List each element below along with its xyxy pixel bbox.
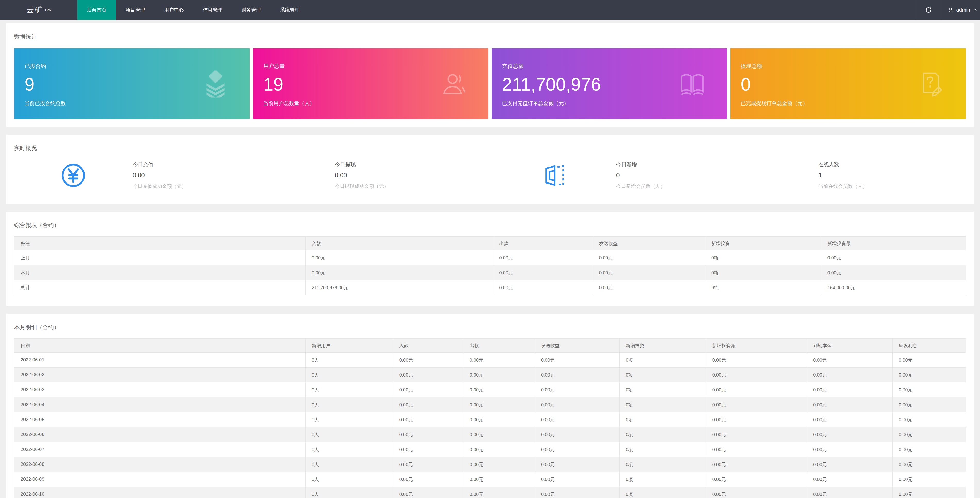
detail-panel: 本月明细（合约） 日期新增用户入款出款发送收益新增投资新增投资额到期本金应发利息… <box>6 314 974 498</box>
table-cell: 0.00元 <box>807 487 892 498</box>
table-cell: 0.00元 <box>393 368 463 382</box>
table-cell: 0.00元 <box>493 265 593 280</box>
table-cell: 0.00元 <box>706 427 807 442</box>
table-cell: 0.00元 <box>892 472 966 487</box>
table-cell: 0.00元 <box>821 265 966 280</box>
table-row: 2022-06-070人0.00元0.00元0.00元0项0.00元0.00元0… <box>14 442 966 457</box>
table-cell: 0项 <box>619 412 706 427</box>
column-header: 新增投资 <box>619 339 706 352</box>
table-cell: 0人 <box>305 352 393 368</box>
table-cell: 0.00元 <box>593 251 705 265</box>
user-icon <box>441 71 466 97</box>
book-icon <box>679 71 705 97</box>
table-cell: 0.00元 <box>463 368 535 382</box>
app-logo-text: 云矿 <box>26 5 43 15</box>
detail-table-body: 2022-06-010人0.00元0.00元0.00元0项0.00元0.00元0… <box>14 352 966 498</box>
table-cell: 0.00元 <box>393 382 463 397</box>
table-cell: 0.00元 <box>706 382 807 397</box>
table-cell: 0.00元 <box>463 382 535 397</box>
table-cell: 0.00元 <box>892 412 966 427</box>
table-cell: 0人 <box>305 397 393 412</box>
card-title: 提现总额 <box>741 63 956 70</box>
column-header: 新增投资 <box>705 236 821 251</box>
table-cell: 0项 <box>619 397 706 412</box>
table-cell: 0.00元 <box>463 457 535 472</box>
table-cell: 0.00元 <box>463 487 535 498</box>
table-row: 2022-06-010人0.00元0.00元0.00元0项0.00元0.00元0… <box>14 352 966 368</box>
detail-table-wrap: 日期新增用户入款出款发送收益新增投资新增投资额到期本金应发利息 2022-06-… <box>6 331 974 498</box>
table-cell: 0.00元 <box>807 382 892 397</box>
stat-caption: 今日新增会员数（人） <box>616 183 771 190</box>
refresh-button[interactable] <box>916 0 941 20</box>
table-cell: 0.00元 <box>593 265 705 280</box>
stat-value: 1 <box>818 172 974 179</box>
menu-item-users[interactable]: 用户中心 <box>154 0 193 20</box>
username-label: admin <box>956 7 970 13</box>
menu-item-system[interactable]: 系统管理 <box>270 0 309 20</box>
menu-item-info[interactable]: 信息管理 <box>193 0 232 20</box>
report-table-header: 备注入款出款发送收益新增投资新增投资额 <box>14 236 966 251</box>
user-menu[interactable]: admin <box>941 0 980 20</box>
table-cell: 2022-06-09 <box>14 472 305 487</box>
stat-value: 0 <box>616 172 771 179</box>
card-caption: 当前用户总数量（人） <box>263 100 478 107</box>
card-total-recharge: 充值总额 211,700,976 已支付充值订单总金额（元） <box>492 48 727 119</box>
table-cell: 0.00元 <box>892 397 966 412</box>
table-cell: 0.00元 <box>535 472 620 487</box>
table-cell: 0项 <box>619 382 706 397</box>
table-cell: 0.00元 <box>706 457 807 472</box>
table-cell: 0.00元 <box>892 427 966 442</box>
table-cell: 0.00元 <box>807 427 892 442</box>
card-invested-contracts: 已投合约 9 当前已投合约总数 <box>14 48 250 119</box>
stat-value: 0.00 <box>133 172 288 179</box>
table-cell: 0.00元 <box>821 251 966 265</box>
table-cell: 0项 <box>619 352 706 368</box>
column-header: 新增投资额 <box>706 339 807 352</box>
card-title: 用户总量 <box>263 63 478 70</box>
table-cell: 0.00元 <box>393 442 463 457</box>
detail-table-header: 日期新增用户入款出款发送收益新增投资新增投资额到期本金应发利息 <box>14 339 966 352</box>
table-cell: 0.00元 <box>393 487 463 498</box>
table-cell: 9笔 <box>705 280 821 295</box>
table-row: 2022-06-060人0.00元0.00元0.00元0项0.00元0.00元0… <box>14 427 966 442</box>
stat-today-withdraw: 今日提现 0.00 今日提现成功金额（元） <box>335 161 490 190</box>
table-row: 2022-06-100人0.00元0.00元0.00元0项0.00元0.00元0… <box>14 487 966 498</box>
table-cell: 2022-06-07 <box>14 442 305 457</box>
document-question-icon <box>918 71 944 97</box>
table-cell: 0.00元 <box>706 472 807 487</box>
table-cell: 0.00元 <box>393 457 463 472</box>
column-header: 到期本金 <box>807 339 892 352</box>
menu-item-home[interactable]: 后台首页 <box>77 0 116 20</box>
realtime-panel: 实时概况 今日充值 0.00 今日充值成功金额（元） <box>6 135 974 204</box>
table-cell: 0项 <box>619 368 706 382</box>
table-cell: 0项 <box>619 442 706 457</box>
table-cell: 0项 <box>619 457 706 472</box>
table-cell: 2022-06-01 <box>14 352 305 368</box>
menu-item-projects[interactable]: 项目管理 <box>116 0 154 20</box>
table-cell: 0人 <box>305 368 393 382</box>
table-cell: 0.00元 <box>892 352 966 368</box>
user-icon <box>948 7 954 13</box>
table-cell: 0.00元 <box>305 265 493 280</box>
table-cell: 0.00元 <box>535 412 620 427</box>
table-cell: 0.00元 <box>463 352 535 368</box>
table-cell: 0.00元 <box>892 442 966 457</box>
card-total-users: 用户总量 19 当前用户总数量（人） <box>253 48 488 119</box>
stat-title: 今日提现 <box>335 161 490 168</box>
table-cell: 0.00元 <box>463 427 535 442</box>
caret-down-icon <box>973 8 977 12</box>
column-header: 入款 <box>305 236 493 251</box>
table-cell: 0.00元 <box>535 487 620 498</box>
menu-item-finance[interactable]: 财务管理 <box>232 0 270 20</box>
table-cell: 0项 <box>619 472 706 487</box>
report-table: 备注入款出款发送收益新增投资新增投资额 上月0.00元0.00元0.00元0项0… <box>14 236 966 295</box>
stats-panel: 数据统计 已投合约 9 当前已投合约总数 用户总量 19 当前用 <box>6 23 974 127</box>
table-cell: 0.00元 <box>535 442 620 457</box>
table-cell: 0.00元 <box>393 352 463 368</box>
table-cell: 0.00元 <box>706 442 807 457</box>
table-cell: 211,700,976.00元 <box>305 280 493 295</box>
table-cell: 0.00元 <box>493 280 593 295</box>
column-header: 应发利息 <box>892 339 966 352</box>
table-cell: 2022-06-06 <box>14 427 305 442</box>
table-cell: 0.00元 <box>535 382 620 397</box>
